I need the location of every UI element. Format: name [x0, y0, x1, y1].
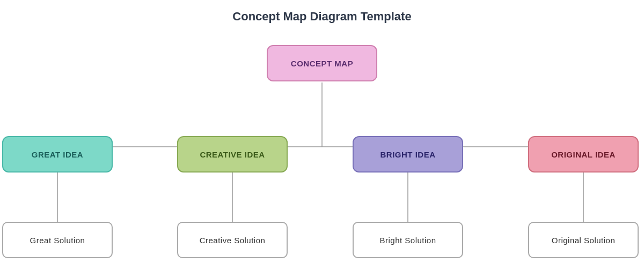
creative-solution-node: Creative Solution [177, 222, 288, 258]
creative-idea-label: CREATIVE IDEA [200, 150, 265, 159]
bright-solution-node: Bright Solution [353, 222, 463, 258]
creative-solution-label: Creative Solution [200, 236, 266, 245]
page-title: Concept Map Diagram Template [232, 10, 411, 24]
diagram-container: CONCEPT MAP GREAT IDEA CREATIVE IDEA BRI… [0, 29, 644, 270]
bright-idea-label: BRIGHT IDEA [380, 150, 436, 159]
original-solution-label: Original Solution [552, 236, 616, 245]
bright-idea-node: BRIGHT IDEA [353, 136, 463, 172]
bright-solution-label: Bright Solution [379, 236, 436, 245]
great-solution-label: Great Solution [30, 236, 85, 245]
concept-map-node: CONCEPT MAP [267, 45, 377, 81]
great-idea-label: GREAT IDEA [32, 150, 83, 159]
original-solution-node: Original Solution [528, 222, 639, 258]
great-idea-node: GREAT IDEA [2, 136, 113, 172]
original-idea-label: ORIGINAL IDEA [551, 150, 616, 159]
original-idea-node: ORIGINAL IDEA [528, 136, 639, 172]
concept-map-label: CONCEPT MAP [291, 59, 353, 68]
great-solution-node: Great Solution [2, 222, 113, 258]
creative-idea-node: CREATIVE IDEA [177, 136, 288, 172]
